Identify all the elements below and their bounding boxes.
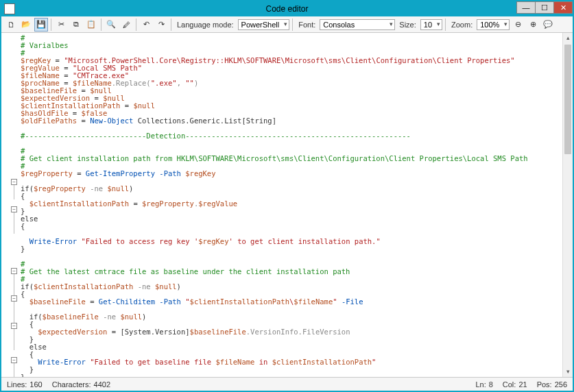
close-button[interactable]: ✕ bbox=[553, 1, 573, 14]
code-line[interactable]: } bbox=[21, 373, 562, 377]
scroll-up-arrow[interactable]: ▴ bbox=[563, 33, 573, 43]
redo-button[interactable]: ↷ bbox=[154, 18, 168, 32]
scroll-down-arrow[interactable]: ▾ bbox=[563, 367, 573, 377]
scroll-thumb[interactable] bbox=[564, 45, 571, 154]
language-mode-label: Language mode: bbox=[177, 21, 234, 29]
pos-label: Pos: bbox=[537, 380, 552, 389]
code-line[interactable]: } bbox=[21, 208, 562, 215]
lines-value: 160 bbox=[29, 380, 42, 389]
font-select[interactable]: Consolas bbox=[320, 19, 395, 30]
find-button[interactable]: 🔍 bbox=[104, 18, 118, 32]
font-label: Font: bbox=[298, 21, 315, 29]
separator bbox=[101, 19, 101, 31]
fold-guide bbox=[14, 302, 14, 316]
fold-toggle[interactable]: − bbox=[11, 295, 17, 302]
minimize-button[interactable]: — bbox=[516, 1, 536, 14]
separator bbox=[292, 19, 293, 31]
size-select[interactable]: 10 bbox=[420, 19, 442, 30]
titlebar: Code editor — ☐ ✕ bbox=[1, 1, 573, 16]
fold-guide bbox=[14, 363, 14, 377]
code-editor[interactable]: −−−−−− ## Varialbes#$regKey = "Microsoft… bbox=[1, 33, 562, 377]
comment-button[interactable]: 💬 bbox=[541, 18, 555, 32]
save-button[interactable]: 💾 bbox=[34, 18, 48, 32]
code-line[interactable]: else bbox=[21, 215, 562, 223]
separator bbox=[445, 19, 446, 31]
code-line[interactable]: $clientInstallationPath = $regProperty.$… bbox=[21, 200, 562, 208]
code-line[interactable]: if($regProperty -ne $null) bbox=[21, 185, 562, 193]
gutter[interactable]: −−−−−− bbox=[1, 33, 19, 377]
window-controls: — ☐ ✕ bbox=[517, 1, 573, 14]
fold-toggle[interactable]: − bbox=[11, 268, 17, 274]
code-line[interactable]: } bbox=[21, 336, 562, 343]
zoom-select[interactable]: 100% bbox=[477, 19, 510, 30]
editor-area: −−−−−− ## Varialbes#$regKey = "Microsoft… bbox=[1, 33, 573, 377]
code-line[interactable]: # Get client installation path from HKLM… bbox=[21, 155, 562, 162]
window-title: Code editor bbox=[265, 4, 308, 14]
fold-guide bbox=[14, 329, 14, 343]
cut-button[interactable]: ✂ bbox=[54, 18, 68, 32]
code-line[interactable]: $expectedVersion = [System.Version]$base… bbox=[21, 328, 562, 336]
zoom-in-button[interactable]: ⊕ bbox=[526, 18, 540, 32]
code-line[interactable]: $oldFilePaths = New-Object Collections.G… bbox=[21, 117, 562, 125]
replace-button[interactable]: 🖉 bbox=[119, 18, 133, 32]
copy-button[interactable]: ⧉ bbox=[69, 18, 83, 32]
toolbar: 🗋 📂 💾 ✂ ⧉ 📋 🔍 🖉 ↶ ↷ Language mode: Power… bbox=[1, 16, 573, 33]
separator bbox=[136, 19, 136, 31]
chars-label: Characters: bbox=[52, 380, 91, 389]
col-label: Col: bbox=[503, 380, 516, 389]
code-line[interactable]: } bbox=[21, 245, 562, 253]
app-icon bbox=[4, 3, 15, 14]
fold-toggle[interactable]: − bbox=[11, 179, 17, 185]
code-line[interactable]: Write-Error "Failed to get baseline file… bbox=[21, 358, 562, 366]
code-line[interactable]: if($baselineFile -ne $null) bbox=[21, 313, 562, 321]
code-line[interactable]: #----------------------------Detection--… bbox=[21, 132, 562, 140]
code-line[interactable]: $baselineFile = Get-Childitem -Path "$cl… bbox=[21, 298, 562, 306]
fold-toggle[interactable]: − bbox=[11, 206, 17, 212]
maximize-button[interactable]: ☐ bbox=[535, 1, 554, 14]
code-line[interactable]: $regProperty = Get-ItemProperty -Path $r… bbox=[21, 170, 562, 177]
statusbar: Lines: 160 Characters: 4402 Ln: 8 Col: 2… bbox=[1, 377, 573, 391]
code-line[interactable]: # bbox=[21, 34, 562, 42]
lines-label: Lines: bbox=[7, 380, 27, 389]
code-line[interactable] bbox=[21, 140, 562, 147]
undo-button[interactable]: ↶ bbox=[139, 18, 153, 32]
new-file-button[interactable]: 🗋 bbox=[4, 18, 18, 32]
zoom-out-button[interactable]: ⊖ bbox=[511, 18, 525, 32]
code-line[interactable]: if($clientInstallationPath -ne $null) bbox=[21, 283, 562, 291]
vertical-scrollbar[interactable]: ▴ ▾ bbox=[562, 33, 573, 377]
code-line[interactable]: { bbox=[21, 223, 562, 230]
zoom-label: Zoom: bbox=[451, 21, 473, 29]
separator bbox=[171, 19, 171, 31]
code-line[interactable] bbox=[21, 253, 562, 260]
size-label: Size: bbox=[399, 21, 416, 29]
ln-label: Ln: bbox=[475, 380, 486, 389]
fold-toggle[interactable]: − bbox=[11, 357, 17, 363]
code-line[interactable]: else bbox=[21, 343, 562, 351]
fold-guide bbox=[14, 185, 14, 199]
chars-value: 4402 bbox=[94, 380, 110, 389]
code-line[interactable]: # Varialbes bbox=[21, 42, 562, 49]
code-line[interactable]: Write-Error "Failed to access reg key '$… bbox=[21, 238, 562, 245]
separator bbox=[51, 19, 51, 31]
open-file-button[interactable]: 📂 bbox=[19, 18, 33, 32]
code-line[interactable]: # Get the latest cmtrace file as baselin… bbox=[21, 268, 562, 275]
pos-value: 256 bbox=[555, 380, 567, 389]
code-line[interactable]: } bbox=[21, 366, 562, 373]
ln-value: 8 bbox=[489, 380, 493, 389]
fold-guide bbox=[14, 212, 14, 234]
code-content[interactable]: ## Varialbes#$regKey = "Microsoft.PowerS… bbox=[21, 33, 562, 377]
language-mode-select[interactable]: PowerShell bbox=[238, 19, 290, 30]
fold-toggle[interactable]: − bbox=[11, 323, 17, 329]
col-value: 21 bbox=[518, 380, 527, 389]
paste-button[interactable]: 📋 bbox=[84, 18, 98, 32]
